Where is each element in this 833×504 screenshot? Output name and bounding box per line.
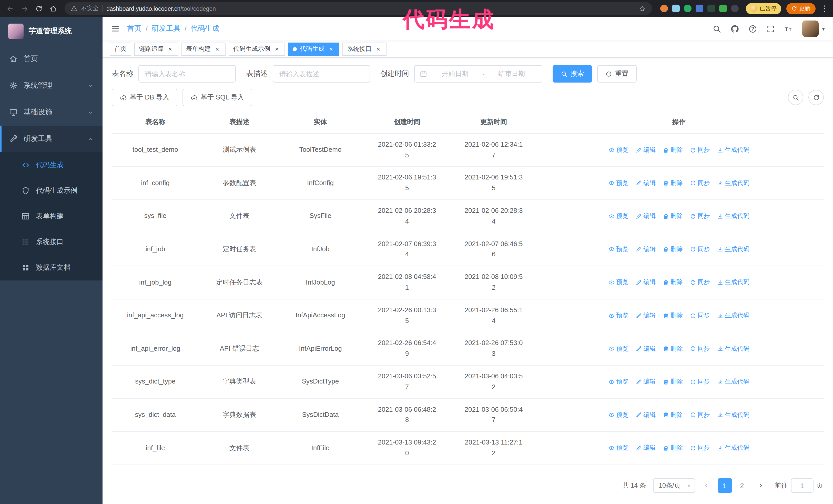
browser-menu-icon[interactable] (820, 4, 829, 13)
action-delete[interactable]: 删除 (663, 377, 683, 387)
action-delete[interactable]: 删除 (663, 410, 683, 420)
action-sync[interactable]: 同步 (690, 178, 710, 188)
action-delete[interactable]: 删除 (663, 145, 683, 155)
action-generate[interactable]: 生成代码 (717, 443, 749, 453)
action-sync[interactable]: 同步 (690, 443, 710, 453)
action-generate[interactable]: 生成代码 (717, 245, 749, 254)
action-edit[interactable]: 编辑 (636, 211, 656, 221)
app-logo[interactable]: 芋道管理系统 (0, 17, 102, 46)
goto-page-input[interactable] (791, 478, 813, 493)
sidebar-item-devtools[interactable]: 研发工具 (0, 126, 102, 152)
date-range-picker[interactable]: 开始日期 - 结束日期 (414, 65, 542, 82)
action-edit[interactable]: 编辑 (636, 178, 656, 188)
action-sync[interactable]: 同步 (690, 410, 710, 420)
action-edit[interactable]: 编辑 (636, 344, 656, 354)
action-edit[interactable]: 编辑 (636, 278, 656, 287)
extension-check-icon[interactable] (684, 5, 691, 12)
back-button[interactable] (4, 2, 17, 15)
action-sync[interactable]: 同步 (690, 211, 710, 221)
action-sync[interactable]: 同步 (690, 344, 710, 354)
extension-users-icon[interactable] (696, 5, 703, 12)
breadcrumb-item[interactable]: 研发工具 (152, 24, 181, 33)
fullscreen-icon[interactable] (767, 24, 775, 33)
action-delete[interactable]: 删除 (663, 178, 683, 188)
action-delete[interactable]: 删除 (663, 278, 683, 287)
action-sync[interactable]: 同步 (690, 377, 710, 387)
reset-button[interactable]: 重置 (597, 65, 637, 82)
sidebar-item-db-doc[interactable]: 数据库文档 (0, 255, 102, 281)
action-generate[interactable]: 生成代码 (717, 178, 749, 188)
breadcrumb-item[interactable]: 首页 (127, 24, 142, 33)
action-delete[interactable]: 删除 (663, 311, 683, 320)
action-preview[interactable]: 预览 (609, 145, 628, 155)
user-avatar[interactable]: ▾ (803, 21, 825, 37)
sidebar-item-form-builder[interactable]: 表单构建 (0, 203, 102, 229)
action-preview[interactable]: 预览 (609, 311, 628, 320)
forward-button[interactable] (19, 2, 31, 15)
update-button[interactable]: 更新 (786, 3, 815, 14)
tab-home[interactable]: 首页 (110, 42, 131, 56)
page-button-1[interactable]: 1 (717, 478, 732, 493)
action-generate[interactable]: 生成代码 (717, 145, 749, 155)
tab-codegen-demo[interactable]: 代码生成示例× (229, 42, 285, 56)
show-search-button[interactable] (788, 90, 803, 105)
search-button[interactable]: 搜索 (553, 65, 592, 82)
action-preview[interactable]: 预览 (609, 245, 628, 254)
hamburger-icon[interactable] (111, 24, 120, 33)
action-preview[interactable]: 预览 (609, 344, 628, 354)
tab-form-builder[interactable]: 表单构建× (182, 42, 225, 56)
sidebar-item-codegen-demo[interactable]: 代码生成示例 (0, 178, 102, 203)
action-preview[interactable]: 预览 (609, 278, 628, 287)
action-generate[interactable]: 生成代码 (717, 278, 749, 287)
address-bar[interactable]: 不安全 dashboard.yudao.iocoder.cn/tool/code… (65, 2, 652, 15)
action-sync[interactable]: 同步 (690, 145, 710, 155)
action-edit[interactable]: 编辑 (636, 377, 656, 387)
action-preview[interactable]: 预览 (609, 410, 628, 420)
bookmark-star-icon[interactable] (639, 5, 646, 12)
sidebar-item-system[interactable]: 系统管理 (0, 72, 102, 99)
action-sync[interactable]: 同步 (690, 311, 710, 320)
prev-page-button[interactable] (699, 478, 713, 493)
close-icon[interactable]: × (167, 45, 174, 52)
action-preview[interactable]: 预览 (609, 377, 628, 387)
search-icon[interactable] (713, 24, 721, 33)
close-icon[interactable]: × (328, 45, 335, 52)
github-icon[interactable] (731, 24, 739, 33)
close-icon[interactable]: × (214, 45, 221, 52)
action-generate[interactable]: 生成代码 (717, 311, 749, 320)
close-icon[interactable]: × (273, 45, 280, 52)
extension-drop-icon[interactable] (672, 5, 680, 12)
extension-chart-icon[interactable] (708, 5, 715, 12)
extension-pin-icon[interactable] (731, 5, 739, 12)
action-sync[interactable]: 同步 (690, 278, 710, 287)
action-edit[interactable]: 编辑 (636, 443, 656, 453)
breadcrumb-item[interactable]: 代码生成 (191, 24, 219, 33)
action-edit[interactable]: 编辑 (636, 145, 656, 155)
extension-leaf-icon[interactable] (719, 5, 727, 12)
page-button-2[interactable]: 2 (735, 478, 749, 493)
action-generate[interactable]: 生成代码 (717, 344, 749, 354)
action-edit[interactable]: 编辑 (636, 245, 656, 254)
sidebar-item-codegen[interactable]: 代码生成 (0, 152, 102, 178)
action-delete[interactable]: 删除 (663, 344, 683, 354)
next-page-button[interactable] (753, 478, 768, 493)
action-preview[interactable]: 预览 (609, 443, 628, 453)
close-icon[interactable]: × (375, 45, 382, 52)
page-size-select[interactable]: 10条/页▾ (653, 478, 695, 493)
action-delete[interactable]: 删除 (663, 245, 683, 254)
action-edit[interactable]: 编辑 (636, 410, 656, 420)
browser-home-button[interactable] (47, 2, 60, 15)
help-icon[interactable] (749, 24, 757, 33)
import-db-button[interactable]: 基于 DB 导入 (112, 89, 177, 106)
table-name-input[interactable] (138, 65, 236, 82)
sidebar-item-system-api[interactable]: 系统接口 (0, 229, 102, 255)
action-delete[interactable]: 删除 (663, 443, 683, 453)
sidebar-item-infra[interactable]: 基础设施 (0, 99, 102, 126)
reload-button[interactable] (33, 2, 45, 15)
tab-system-api[interactable]: 系统接口× (342, 42, 386, 56)
extension-fox-icon[interactable] (660, 5, 668, 12)
action-generate[interactable]: 生成代码 (717, 377, 749, 387)
action-generate[interactable]: 生成代码 (717, 410, 749, 420)
table-desc-input[interactable] (273, 65, 370, 82)
action-generate[interactable]: 生成代码 (717, 211, 749, 221)
